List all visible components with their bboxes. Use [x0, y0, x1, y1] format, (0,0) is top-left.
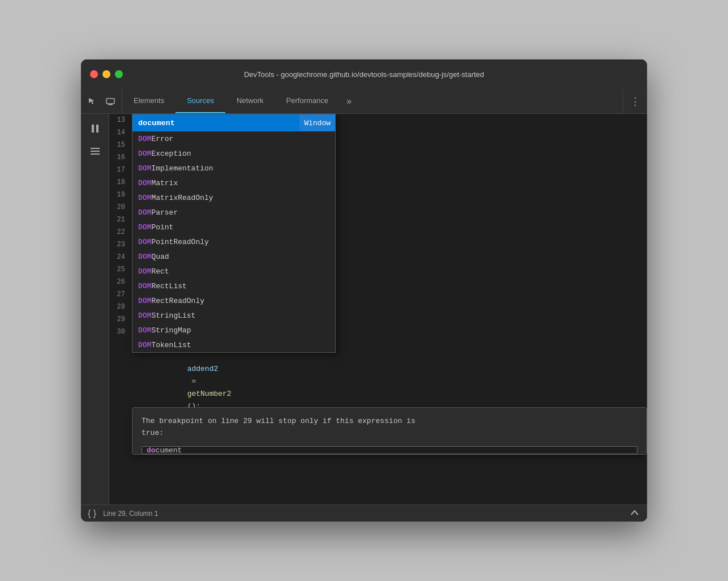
autocomplete-item[interactable]: DOMRect [132, 264, 335, 279]
breakpoint-message: The breakpoint on line 29 will stop only… [142, 416, 637, 439]
tab-performance[interactable]: Performance [275, 89, 340, 113]
svg-rect-2 [110, 104, 111, 105]
svg-rect-4 [96, 125, 99, 133]
autocomplete-item[interactable]: DOMMatrixReadOnly [132, 190, 335, 205]
autocomplete-item[interactable]: DOMPointReadOnly [132, 234, 335, 249]
format-button[interactable]: { } [88, 509, 96, 519]
autocomplete-item[interactable]: DOMImplementation [132, 161, 335, 176]
sidebar [81, 114, 109, 505]
tab-sources[interactable]: Sources [175, 89, 225, 113]
traffic-lights [90, 70, 123, 78]
main-content: document Window DOMErrorDOMExceptionDOMI… [81, 114, 647, 505]
more-tabs-button[interactable]: » [340, 89, 358, 113]
autocomplete-list: DOMErrorDOMExceptionDOMImplementationDOM… [132, 131, 335, 352]
toolbar-icons [81, 89, 122, 113]
minimize-button[interactable] [102, 70, 110, 78]
titlebar: DevTools - googlechrome.github.io/devtoo… [81, 59, 647, 89]
pause-button[interactable] [85, 118, 105, 139]
autocomplete-item[interactable]: DOMPoint [132, 220, 335, 234]
autocomplete-item[interactable]: DOMException [132, 146, 335, 161]
console-toggle[interactable] [629, 507, 640, 520]
toolbar-menu: ⋮ [623, 89, 647, 113]
code-editor[interactable]: document Window DOMErrorDOMExceptionDOMI… [109, 114, 647, 505]
svg-rect-6 [91, 151, 100, 152]
autocomplete-item[interactable]: DOMMatrix [132, 176, 335, 190]
autocomplete-item[interactable]: DOMStringMap [132, 323, 335, 338]
tab-network[interactable]: Network [225, 89, 275, 113]
cursor-position: Line 29, Column 1 [103, 510, 158, 518]
autocomplete-dropdown[interactable]: document Window DOMErrorDOMExceptionDOMI… [132, 114, 336, 353]
inspect-icon[interactable] [85, 95, 99, 108]
tabs: Elements Sources Network Performance » [122, 89, 623, 113]
sources-nav-button[interactable] [85, 141, 105, 161]
autocomplete-header: document Window [132, 114, 335, 131]
autocomplete-item[interactable]: DOMRectReadOnly [132, 293, 335, 308]
maximize-button[interactable] [115, 70, 123, 78]
tab-elements[interactable]: Elements [122, 89, 175, 113]
svg-rect-0 [106, 99, 114, 104]
autocomplete-item[interactable]: DOMStringList [132, 308, 335, 323]
close-button[interactable] [90, 70, 98, 78]
autocomplete-selected: document [138, 119, 299, 127]
autocomplete-item[interactable]: DOMQuad [132, 249, 335, 264]
autocomplete-item[interactable]: DOMParser [132, 205, 335, 220]
devtools-window: DevTools - googlechrome.github.io/devtoo… [81, 59, 647, 522]
toolbar: Elements Sources Network Performance » ⋮ [81, 89, 647, 114]
autocomplete-item[interactable]: DOMTokenList [132, 338, 335, 352]
svg-rect-3 [92, 125, 94, 133]
svg-rect-5 [91, 148, 100, 149]
svg-rect-7 [91, 153, 100, 155]
autocomplete-item[interactable]: DOMError [132, 131, 335, 146]
menu-icon[interactable]: ⋮ [630, 95, 640, 108]
statusbar-left: { } Line 29, Column 1 [88, 509, 159, 519]
breakpoint-popup: The breakpoint on line 29 will stop only… [132, 407, 647, 455]
autocomplete-item[interactable]: DOMRectList [132, 279, 335, 293]
statusbar: { } Line 29, Column 1 [81, 505, 647, 522]
window-title: DevTools - googlechrome.github.io/devtoo… [244, 70, 484, 79]
device-icon[interactable] [104, 95, 117, 108]
autocomplete-hint: Window [299, 114, 335, 131]
